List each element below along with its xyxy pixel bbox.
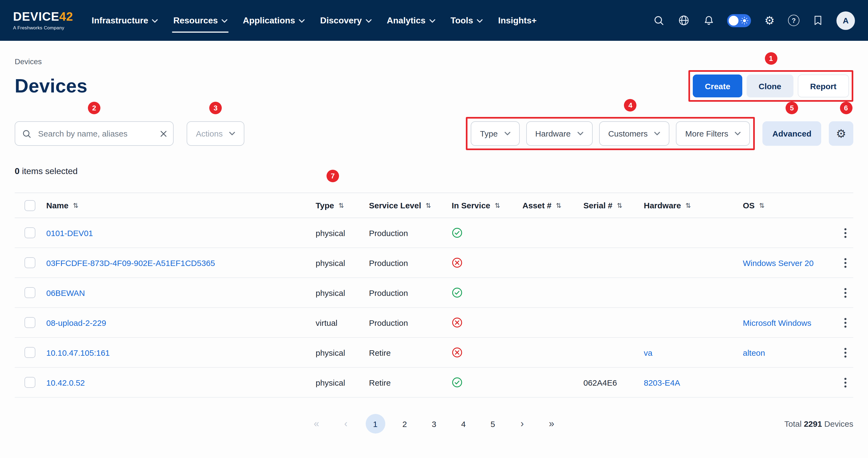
chevron-down-icon [152, 19, 158, 23]
device-name-link[interactable]: 08-upload-2-229 [46, 318, 106, 327]
column-header-type[interactable]: Type⇅ [316, 201, 369, 210]
kebab-menu-icon [844, 347, 847, 358]
search-input[interactable] [15, 121, 174, 146]
filter-more-filters[interactable]: More Filters [676, 121, 750, 146]
filter-label: Hardware [535, 129, 570, 138]
prev-page-button[interactable]: ‹ [336, 414, 355, 433]
notifications-bell-icon[interactable] [702, 14, 715, 27]
column-header-asset[interactable]: Asset #⇅ [522, 201, 583, 210]
next-page-button[interactable]: › [513, 414, 532, 433]
advanced-filters-button[interactable]: Advanced [763, 121, 821, 146]
column-header-name[interactable]: Name⇅ [46, 201, 316, 210]
annotation-badge-6: 6 [840, 102, 852, 114]
device-name-link[interactable]: 0101-DEV01 [46, 228, 93, 237]
row-menu-button[interactable] [842, 345, 849, 360]
page-5-button[interactable]: 5 [483, 414, 502, 433]
nav-item-analytics[interactable]: Analytics [387, 0, 435, 41]
nav-item-tools[interactable]: Tools [451, 0, 483, 41]
chevron-down-icon [577, 132, 583, 135]
row-menu-button[interactable] [842, 375, 849, 390]
device-name-link[interactable]: 10.10.47.105:161 [46, 348, 110, 357]
actions-dropdown[interactable]: Actions [187, 121, 244, 146]
help-icon[interactable]: ? [788, 15, 800, 26]
column-header-in-service[interactable]: In Service⇅ [452, 201, 522, 210]
table-header-row: Name⇅Type⇅Service Level⇅In Service⇅Asset… [15, 193, 853, 218]
row-checkbox[interactable] [25, 257, 35, 268]
sort-icon[interactable]: ⇅ [556, 201, 561, 209]
device-type: virtual [316, 318, 369, 327]
clone-button[interactable]: Clone [747, 74, 793, 97]
filter-type[interactable]: Type [471, 121, 520, 146]
page-2-button[interactable]: 2 [395, 414, 414, 433]
sort-icon[interactable]: ⇅ [759, 201, 764, 209]
last-page-button[interactable]: » [542, 414, 561, 433]
globe-icon[interactable] [677, 14, 690, 27]
service-level: Retire [369, 348, 452, 357]
device42-app: DEVICE42 A Freshworks Company Infrastruc… [0, 0, 868, 458]
sort-icon[interactable]: ⇅ [495, 201, 500, 209]
column-header-hardware[interactable]: Hardware⇅ [644, 201, 743, 210]
row-checkbox[interactable] [25, 227, 35, 238]
in-service-yes-icon [452, 287, 463, 298]
page-1-button[interactable]: 1 [366, 414, 385, 433]
sun-icon [741, 17, 748, 24]
report-button[interactable]: Report [798, 74, 849, 97]
row-menu-button[interactable] [842, 255, 849, 270]
nav-item-infrastructure[interactable]: Infrastructure [92, 0, 158, 41]
column-header-os[interactable]: OS⇅ [743, 201, 829, 210]
search-icon[interactable] [652, 14, 665, 27]
settings-gear-icon[interactable]: ⚙ [763, 14, 776, 27]
filter-customers[interactable]: Customers [599, 121, 670, 146]
os-link[interactable]: alteon [743, 348, 765, 357]
device-type: physical [316, 258, 369, 267]
create-button[interactable]: Create [693, 74, 742, 97]
os-link[interactable]: Microsoft Windows [743, 318, 811, 327]
nav-item-discovery[interactable]: Discovery [320, 0, 372, 41]
nav-item-applications[interactable]: Applications [243, 0, 305, 41]
chevron-down-icon [366, 19, 372, 23]
sort-icon[interactable]: ⇅ [426, 201, 431, 209]
table-settings-button[interactable]: ⚙ [829, 121, 853, 146]
service-level: Production [369, 228, 452, 237]
in-service-yes-icon [452, 377, 463, 388]
user-avatar[interactable]: A [836, 11, 855, 30]
devices-page: Devices Devices 1 Create Clone Report 2 [0, 41, 868, 435]
kebab-menu-icon [844, 377, 847, 388]
row-checkbox[interactable] [25, 287, 35, 298]
sort-icon[interactable]: ⇅ [339, 201, 344, 209]
theme-toggle[interactable] [727, 14, 751, 27]
sort-icon[interactable]: ⇅ [685, 201, 691, 209]
clear-search-icon[interactable] [160, 130, 167, 137]
in-service-yes-icon [452, 227, 463, 238]
column-header-serial[interactable]: Serial #⇅ [583, 201, 644, 210]
hardware-link[interactable]: va [644, 348, 652, 357]
row-checkbox[interactable] [25, 347, 35, 358]
page-3-button[interactable]: 3 [424, 414, 444, 433]
page-4-button[interactable]: 4 [454, 414, 473, 433]
chevron-down-icon [477, 19, 483, 23]
row-menu-button[interactable] [842, 315, 849, 330]
device-name-link[interactable]: 06BEWAN [46, 288, 85, 297]
table-row: 0101-DEV01physicalProduction [15, 218, 853, 248]
select-all-checkbox[interactable] [25, 200, 35, 211]
row-checkbox[interactable] [25, 317, 35, 328]
nav-item-resources[interactable]: Resources [173, 0, 228, 41]
breadcrumb[interactable]: Devices [15, 41, 853, 66]
nav-item-insights[interactable]: Insights+ [498, 0, 536, 41]
os-link[interactable]: Windows Server 20 [743, 258, 813, 267]
in-service-status [452, 287, 522, 298]
bookmark-icon[interactable] [811, 14, 825, 27]
device42-logo[interactable]: DEVICE42 A Freshworks Company [13, 10, 73, 30]
sort-icon[interactable]: ⇅ [617, 201, 622, 209]
sort-icon[interactable]: ⇅ [73, 201, 79, 209]
hardware-link[interactable]: 8203-E4A [644, 378, 680, 387]
device-name-link[interactable]: 03FFCDFE-873D-4F09-902E-A51EF1CD5365 [46, 258, 215, 267]
row-menu-button[interactable] [842, 285, 849, 300]
row-menu-button[interactable] [842, 226, 849, 240]
column-header-service-level[interactable]: Service Level⇅ [369, 201, 452, 210]
filter-hardware[interactable]: Hardware [526, 121, 592, 146]
service-level: Production [369, 318, 452, 327]
device-name-link[interactable]: 10.42.0.52 [46, 378, 85, 387]
first-page-button[interactable]: « [307, 414, 326, 433]
row-checkbox[interactable] [25, 377, 35, 388]
